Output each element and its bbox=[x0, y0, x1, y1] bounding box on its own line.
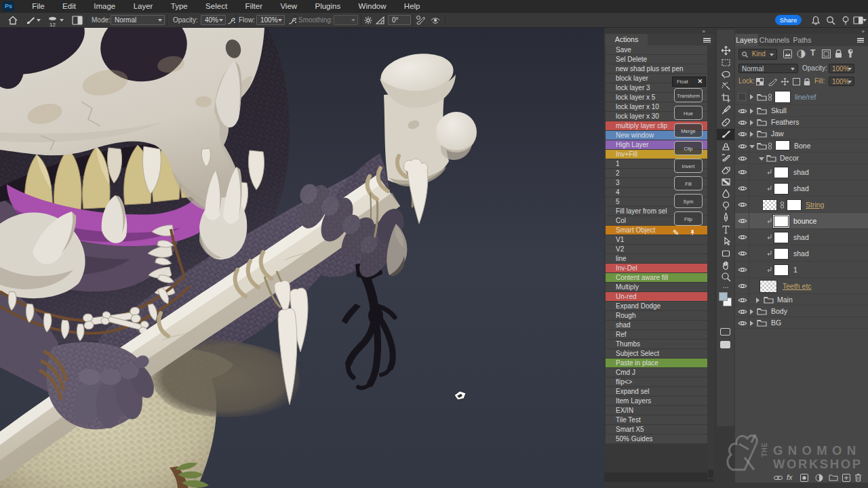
svg-text:GNOMON: GNOMON bbox=[773, 443, 857, 458]
svg-text:WORKSHOP: WORKSHOP bbox=[773, 457, 861, 471]
svg-text:THE: THE bbox=[761, 443, 768, 458]
